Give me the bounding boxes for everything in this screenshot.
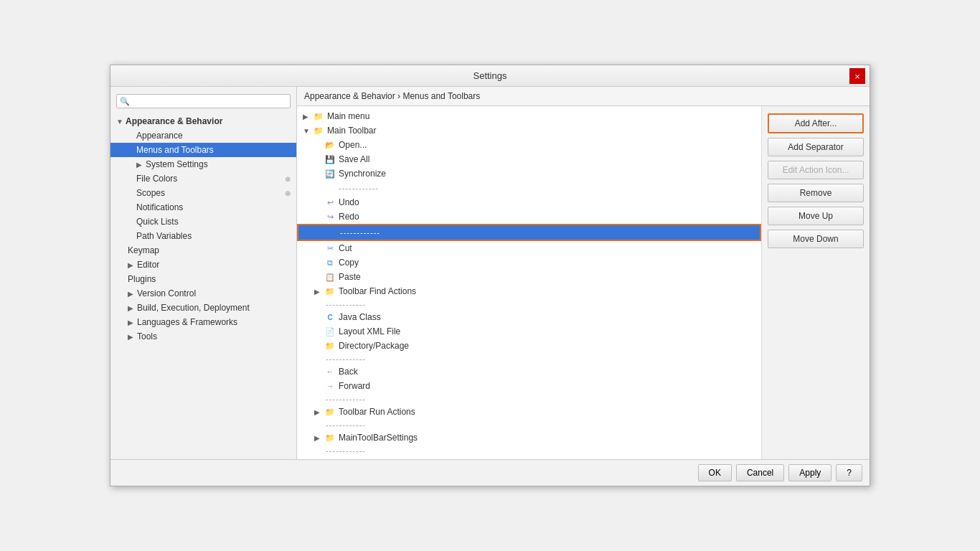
settings-dialog: Settings × 🔍 ▼ Appearance & Behavior App… bbox=[110, 65, 870, 486]
dialog-body: 🔍 ▼ Appearance & Behavior Appearance Men… bbox=[110, 87, 870, 459]
tree-separator-2-selected[interactable]: ------------ bbox=[297, 224, 761, 241]
edit-action-icon-button[interactable]: Edit Action Icon... bbox=[768, 161, 864, 179]
tree-arrow bbox=[314, 245, 323, 253]
tree-separator-4[interactable]: ------------ bbox=[297, 353, 761, 364]
tree-item-forward[interactable]: → Forward bbox=[297, 379, 761, 393]
help-button[interactable]: ? bbox=[836, 464, 862, 481]
sidebar-item-file-colors[interactable]: File Colors ⊕ bbox=[110, 171, 296, 186]
sidebar-item-keymap[interactable]: Keymap bbox=[110, 243, 296, 258]
tree-area[interactable]: ▶ 📁 Main menu ▼ 📁 Main Toolbar 📂 bbox=[297, 106, 762, 459]
sep-icon bbox=[324, 182, 336, 194]
sidebar-item-languages[interactable]: ▶ Languages & Frameworks bbox=[110, 315, 296, 329]
tree-arrow bbox=[314, 199, 323, 207]
tree-item-label: ------------ bbox=[339, 184, 379, 192]
tree-separator-1[interactable]: ------------ bbox=[297, 181, 761, 195]
sidebar-item-path-variables[interactable]: Path Variables bbox=[110, 229, 296, 243]
tree-separator-3[interactable]: ------------ bbox=[297, 298, 761, 310]
sidebar-item-menus-toolbars[interactable]: Menus and Toolbars bbox=[110, 143, 296, 157]
sidebar-item-appearance[interactable]: Appearance bbox=[110, 128, 296, 143]
apply-button[interactable]: Apply bbox=[788, 464, 831, 481]
sidebar-item-appearance-behavior[interactable]: ▼ Appearance & Behavior bbox=[110, 114, 296, 128]
tree-arrow bbox=[314, 184, 323, 192]
tree-arrow bbox=[314, 170, 323, 178]
tree-item-label: ------------ bbox=[314, 300, 366, 309]
tree-item-label: ------------ bbox=[314, 446, 366, 455]
tree-item-paste[interactable]: 📋 Paste bbox=[297, 270, 761, 284]
tree-arrow bbox=[314, 273, 323, 281]
expand-arrow: ▶ bbox=[128, 304, 135, 312]
ok-button[interactable]: OK bbox=[698, 464, 732, 481]
add-after-button[interactable]: Add After... bbox=[768, 113, 864, 133]
close-button[interactable]: × bbox=[849, 68, 865, 84]
sidebar-item-label: Editor bbox=[137, 260, 159, 270]
sidebar-group-label: Appearance & Behavior bbox=[126, 116, 222, 126]
tree-item-maintoolbarsettings[interactable]: ▶ 📁 MainToolBarSettings bbox=[297, 430, 761, 445]
tree-item-label: Synchronize bbox=[339, 169, 386, 179]
tree-item-main-menu[interactable]: ▶ 📁 Main menu bbox=[297, 109, 761, 123]
sidebar-item-label: Quick Lists bbox=[136, 217, 179, 227]
sidebar-item-scopes[interactable]: Scopes ⊕ bbox=[110, 186, 296, 200]
search-input[interactable] bbox=[132, 96, 287, 106]
move-up-button[interactable]: Move Up bbox=[768, 207, 864, 225]
sidebar-item-plugins[interactable]: Plugins bbox=[110, 272, 296, 286]
tree-item-label: ------------ bbox=[314, 354, 366, 363]
folder-icon: 📁 bbox=[324, 286, 336, 297]
expand-arrow: ▶ bbox=[136, 161, 143, 169]
tree-item-java-class[interactable]: C Java Class bbox=[297, 310, 761, 324]
tree-item-copy[interactable]: ⧉ Copy bbox=[297, 255, 761, 270]
search-box[interactable]: 🔍 bbox=[116, 94, 291, 108]
sidebar-item-label: Scopes bbox=[136, 188, 165, 198]
remove-button[interactable]: Remove bbox=[768, 184, 864, 202]
tree-item-undo[interactable]: ↩ Undo bbox=[297, 195, 761, 209]
tree-item-label: Layout XML File bbox=[339, 326, 400, 336]
redo-icon: ↪ bbox=[324, 211, 336, 222]
sidebar-item-tools[interactable]: ▶ Tools bbox=[110, 329, 296, 344]
tree-item-open[interactable]: 📂 Open... bbox=[297, 138, 761, 152]
tree-item-back[interactable]: ← Back bbox=[297, 364, 761, 379]
tree-item-cut[interactable]: ✂ Cut bbox=[297, 241, 761, 255]
cut-icon: ✂ bbox=[324, 242, 336, 254]
scopes-icon: ⊕ bbox=[285, 189, 291, 197]
sidebar-item-quick-lists[interactable]: Quick Lists bbox=[110, 215, 296, 229]
save-icon: 💾 bbox=[324, 154, 336, 165]
tree-separator-6[interactable]: ------------ bbox=[297, 419, 761, 430]
cancel-button[interactable]: Cancel bbox=[736, 464, 784, 481]
sidebar-item-version-control[interactable]: ▶ Version Control bbox=[110, 286, 296, 301]
sidebar-item-label: Version Control bbox=[137, 288, 196, 298]
tree-item-directory[interactable]: 📁 Directory/Package bbox=[297, 339, 761, 353]
tree-arrow bbox=[314, 382, 323, 390]
sidebar-item-build-execution[interactable]: ▶ Build, Execution, Deployment bbox=[110, 301, 296, 315]
search-icon: 🔍 bbox=[120, 97, 130, 106]
buttons-panel: Add After... Add Separator Edit Action I… bbox=[762, 106, 870, 459]
sync-icon: 🔄 bbox=[324, 168, 336, 179]
sidebar-item-system-settings[interactable]: ▶ System Settings bbox=[110, 157, 296, 171]
tree-separator-5[interactable]: ------------ bbox=[297, 393, 761, 405]
tree-arrow bbox=[316, 229, 324, 237]
tree-arrow: ▶ bbox=[303, 113, 311, 121]
tree-separator-7[interactable]: ------------ bbox=[297, 445, 761, 456]
tree-item-toolbar-run[interactable]: ▶ 📁 Toolbar Run Actions bbox=[297, 405, 761, 419]
tree-arrow bbox=[314, 342, 323, 350]
sidebar-item-notifications[interactable]: Notifications bbox=[110, 200, 296, 215]
sidebar-item-label: Menus and Toolbars bbox=[136, 145, 214, 155]
dialog-footer: OK Cancel Apply ? bbox=[110, 459, 870, 486]
tree-item-save-all[interactable]: 💾 Save All bbox=[297, 152, 761, 166]
tree-item-layout-xml[interactable]: 📄 Layout XML File bbox=[297, 324, 761, 339]
expand-arrow: ▶ bbox=[128, 333, 135, 341]
tree-item-synchronize[interactable]: 🔄 Synchronize bbox=[297, 166, 761, 181]
tree-item-toolbar-find[interactable]: ▶ 📁 Toolbar Find Actions bbox=[297, 284, 761, 298]
tree-arrow bbox=[314, 314, 323, 321]
tree-item-redo[interactable]: ↪ Redo bbox=[297, 209, 761, 224]
sidebar-section: ▼ Appearance & Behavior Appearance Menus… bbox=[110, 114, 296, 344]
dir-icon: 📁 bbox=[324, 340, 336, 352]
tree-arrow bbox=[314, 156, 323, 164]
forward-icon: → bbox=[324, 380, 336, 392]
tree-arrow bbox=[314, 368, 323, 376]
tree-item-label: MainToolBarSettings bbox=[339, 433, 418, 443]
move-down-button[interactable]: Move Down bbox=[768, 230, 864, 248]
tree-item-label: Save All bbox=[339, 154, 369, 164]
sidebar-item-editor[interactable]: ▶ Editor bbox=[110, 258, 296, 272]
sidebar-item-label: Notifications bbox=[136, 202, 183, 212]
tree-item-main-toolbar[interactable]: ▼ 📁 Main Toolbar bbox=[297, 123, 761, 138]
add-separator-button[interactable]: Add Separator bbox=[768, 138, 864, 156]
